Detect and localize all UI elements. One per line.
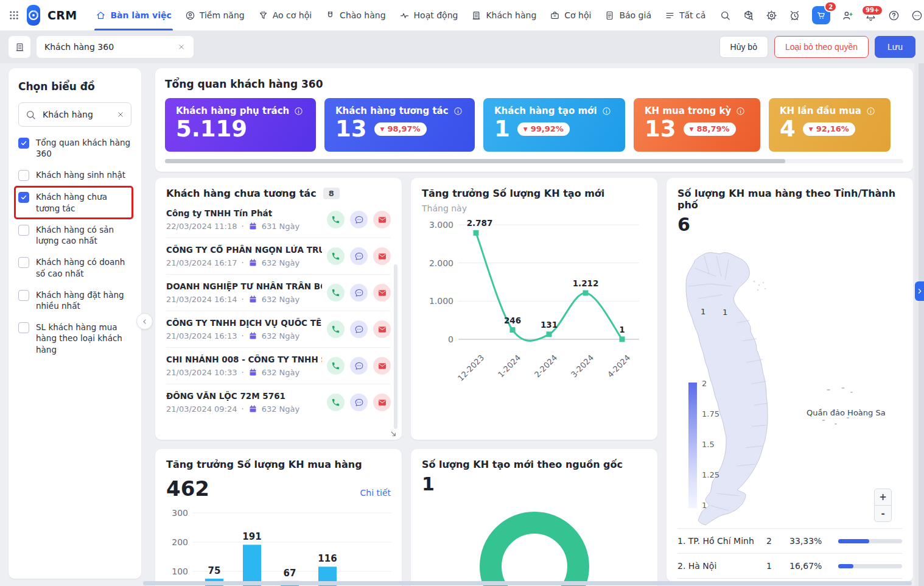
email-button[interactable]: [373, 247, 391, 265]
kpi-scrollbar[interactable]: [165, 159, 903, 163]
customer-row[interactable]: CÔNG TY CỔ PHẦN NGỌN LỬA TRUYỀ... 21/03/…: [166, 238, 391, 275]
more-button[interactable]: [911, 10, 923, 21]
customer-row[interactable]: DOANH NGHIỆP TƯ NHÂN TRẦN BỘI TÂ... 21/0…: [166, 275, 391, 311]
search-input[interactable]: [41, 109, 111, 120]
kpi-label: KH mua trong kỳ: [645, 105, 731, 116]
email-button[interactable]: [373, 211, 391, 228]
zoom-out-button[interactable]: -: [875, 506, 891, 521]
checkbox-unchecked[interactable]: [18, 322, 29, 333]
save-button[interactable]: Lưu: [875, 36, 915, 58]
svg-text:67: 67: [284, 568, 296, 579]
sidebar-collapse-button[interactable]: [136, 313, 153, 330]
workspace-switcher-button[interactable]: [9, 36, 30, 58]
chat-button[interactable]: [350, 284, 368, 302]
chat-button[interactable]: [350, 394, 368, 411]
chart-option-3[interactable]: Khách hàng có sản lượng cao nhất: [18, 224, 131, 246]
nav-tab-menu[interactable]: Tất cả: [658, 0, 712, 30]
call-button[interactable]: [327, 394, 345, 411]
chat-button[interactable]: [350, 211, 368, 228]
kpi-card-1[interactable]: Khách hàng tương tác 13 ▼98,97%: [324, 98, 475, 152]
alarm-button[interactable]: [789, 10, 800, 21]
nav-tab-building[interactable]: Khách hàng: [464, 0, 543, 30]
customer-row[interactable]: CHI NHÁNH 008 - CÔNG TY TNHH SẢN... 21/0…: [166, 348, 391, 384]
clear-search-icon[interactable]: [116, 110, 125, 119]
call-button[interactable]: [327, 211, 345, 228]
help-button[interactable]: [888, 10, 900, 21]
chart-option-5[interactable]: Khách hàng đặt hàng nhiều nhất: [18, 289, 131, 311]
nav-tab-magnet[interactable]: Chào hàng: [318, 0, 392, 30]
close-icon[interactable]: [177, 43, 186, 51]
remove-by-permission-button[interactable]: Loại bỏ theo quyền: [774, 36, 869, 58]
bottom-scrollbar[interactable]: [143, 581, 912, 585]
workspace-tab[interactable]: Khách hàng 360: [37, 36, 194, 58]
resize-handle-icon[interactable]: [389, 429, 397, 438]
search-button[interactable]: [719, 10, 731, 21]
customer-row[interactable]: Công ty TNHH Tín Phát 22/03/2024 11:18 ·…: [166, 202, 391, 238]
call-button[interactable]: [327, 247, 345, 265]
email-button[interactable]: [373, 357, 391, 375]
product-search-button[interactable]: [743, 10, 754, 21]
chart-option-label: Tổng quan khách hàng 360: [36, 137, 131, 159]
chat-button[interactable]: [350, 247, 368, 265]
kpi-delta-badge: ▼92,16%: [803, 122, 855, 136]
apps-grid-icon[interactable]: [9, 10, 19, 21]
email-button[interactable]: [373, 394, 391, 411]
notifications-button[interactable]: 99+: [865, 10, 877, 21]
svg-text:2-2024: 2-2024: [533, 353, 559, 379]
caret-down-icon: ▼: [380, 126, 385, 133]
chat-button[interactable]: [350, 320, 368, 338]
settings-button[interactable]: [766, 10, 777, 21]
checkbox-unchecked[interactable]: [18, 225, 29, 236]
page-scrollbar[interactable]: [919, 63, 924, 586]
kpi-card-2[interactable]: Khách hàng tạo mới 1 ▼99,92%: [483, 98, 625, 152]
checkbox-checked[interactable]: [18, 138, 29, 149]
checkbox-unchecked[interactable]: [18, 257, 29, 268]
kpi-label: Khách hàng phụ trách: [176, 105, 289, 116]
checkbox-checked[interactable]: [18, 192, 29, 203]
cart-button[interactable]: 2: [812, 6, 830, 24]
donut-chart: [422, 510, 646, 586]
add-user-icon: [842, 10, 853, 21]
zoom-in-button[interactable]: +: [875, 489, 891, 506]
checkbox-unchecked[interactable]: [18, 170, 29, 181]
nav-tab-home[interactable]: Bàn làm việc: [89, 0, 178, 30]
vietnam-shape[interactable]: [686, 253, 768, 525]
alarm-icon: [789, 10, 800, 21]
nav-tab-person-circle[interactable]: Tiềm năng: [178, 0, 251, 30]
add-user-button[interactable]: [842, 10, 853, 21]
call-button[interactable]: [327, 357, 345, 375]
customer-row[interactable]: ĐỒNG VĂN LỘC 72M 5761 21/03/2024 09:24 ·…: [166, 384, 391, 420]
page-scrollbar-track[interactable]: [914, 63, 919, 586]
chart-option-6[interactable]: SL khách hàng mua hàng theo loại khách h…: [18, 322, 131, 355]
expand-panel-button[interactable]: [915, 281, 924, 301]
province-row[interactable]: 2. Hà Nội 1 16,67%: [677, 553, 902, 579]
customer-row[interactable]: CÔNG TY TNHH DỊCH VỤ QUỐC TẾ MÊ... 21/03…: [166, 311, 391, 348]
chart-option-1[interactable]: Khách hàng sinh nhật: [18, 169, 131, 181]
call-button[interactable]: [327, 320, 345, 338]
chart-option-2[interactable]: Khách hàng chưa tương tác: [18, 191, 131, 213]
chart-option-label: Khách hàng sinh nhật: [36, 169, 125, 180]
nav-tab-document[interactable]: Báo giá: [598, 0, 658, 30]
province-row[interactable]: 1. TP. Hồ Chí Minh 2 33,33%: [677, 528, 902, 553]
nav-tab-pulse[interactable]: Hoạt động: [393, 0, 465, 30]
nav-tab-label: Tiềm năng: [200, 10, 245, 20]
briefcase-icon: [550, 10, 560, 21]
nav-tab-label: Chào hàng: [340, 10, 385, 20]
nav-tab-briefcase[interactable]: Cơ hội: [543, 0, 598, 30]
cancel-button[interactable]: Hủy bỏ: [719, 36, 768, 58]
province-bar: [838, 539, 902, 543]
kpi-card-4[interactable]: KH lần đầu mua 4 ▼92,16%: [769, 98, 891, 152]
nav-tab-funnel[interactable]: Ao cơ hội: [251, 0, 318, 30]
kpi-card-0[interactable]: Khách hàng phụ trách 5.119: [165, 98, 316, 152]
crm-logo[interactable]: [27, 5, 40, 26]
email-button[interactable]: [373, 284, 391, 302]
call-button[interactable]: [327, 284, 345, 302]
email-button[interactable]: [373, 320, 391, 338]
detail-link[interactable]: Chi tiết: [360, 488, 391, 498]
list-scrollbar[interactable]: [394, 264, 397, 429]
chart-option-4[interactable]: Khách hàng có doanh số cao nhất: [18, 256, 131, 278]
kpi-card-3[interactable]: KH mua trong kỳ 13 ▼88,79%: [634, 98, 760, 152]
chat-button[interactable]: [350, 357, 368, 375]
chart-option-0[interactable]: Tổng quan khách hàng 360: [18, 137, 131, 159]
checkbox-unchecked[interactable]: [18, 290, 29, 301]
